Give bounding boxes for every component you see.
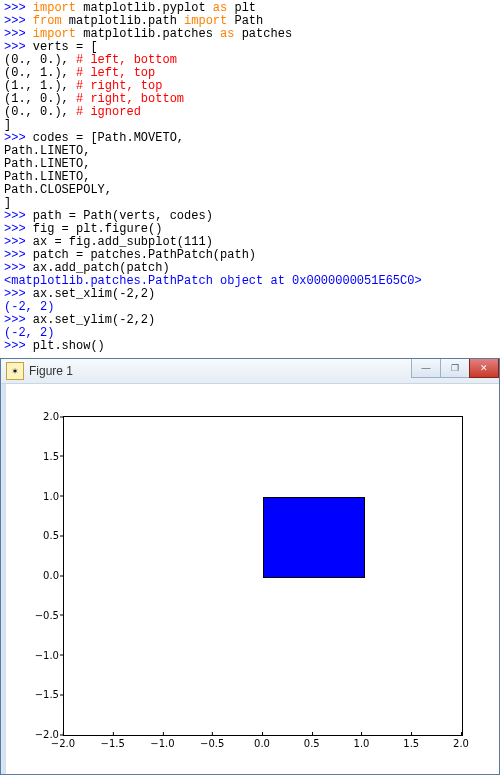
ytick-label: −0.5 — [29, 609, 59, 620]
ytick-label: 2.0 — [29, 411, 59, 422]
ytick-label: −1.0 — [29, 649, 59, 660]
python-console[interactable]: >>> import matplotlib.pyplot as plt>>> f… — [0, 0, 503, 355]
maximize-button[interactable]: ❐ — [440, 359, 470, 378]
ytick-label: 0.5 — [29, 530, 59, 541]
ytick-label: 1.5 — [29, 450, 59, 461]
figure-canvas[interactable]: −2.0−1.5−1.0−0.50.00.51.01.52.0 −2.0−1.5… — [1, 384, 499, 774]
xtick-label: −2.0 — [51, 738, 75, 749]
close-button[interactable]: ✕ — [469, 359, 499, 378]
path-patch — [263, 497, 365, 579]
axes-frame — [63, 416, 463, 736]
xtick-label: 0.5 — [304, 738, 320, 749]
window-buttons: — ❐ ✕ — [412, 359, 499, 377]
titlebar[interactable]: ✶ Figure 1 — ❐ ✕ — [1, 359, 499, 384]
xtick-label: −1.0 — [150, 738, 174, 749]
console-line: >>> ax.set_xlim(-2,2) — [4, 288, 499, 301]
minimize-button[interactable]: — — [411, 359, 441, 378]
figure-window: ✶ Figure 1 — ❐ ✕ −2.0−1.5−1.0−0.50.00.51… — [0, 358, 500, 775]
xtick-label: 1.5 — [403, 738, 419, 749]
console-line: >>> plt.show() — [4, 340, 499, 353]
xtick-label: −0.5 — [200, 738, 224, 749]
window-title: Figure 1 — [29, 364, 73, 378]
console-line: >>> ax.set_ylim(-2,2) — [4, 314, 499, 327]
axes: −2.0−1.5−1.0−0.50.00.51.01.52.0 −2.0−1.5… — [29, 416, 477, 742]
xtick-label: 1.0 — [354, 738, 370, 749]
ytick-label: 0.0 — [29, 570, 59, 581]
ytick-label: −1.5 — [29, 689, 59, 700]
figure-icon: ✶ — [6, 362, 24, 380]
console-line: Path.CLOSEPOLY, — [4, 184, 499, 197]
canvas-edge — [1, 384, 6, 774]
console-line: (0., 0.), # ignored — [4, 106, 499, 119]
ytick-label: 1.0 — [29, 490, 59, 501]
xtick-label: 0.0 — [254, 738, 270, 749]
xtick-label: −1.5 — [101, 738, 125, 749]
xtick-label: 2.0 — [453, 738, 469, 749]
